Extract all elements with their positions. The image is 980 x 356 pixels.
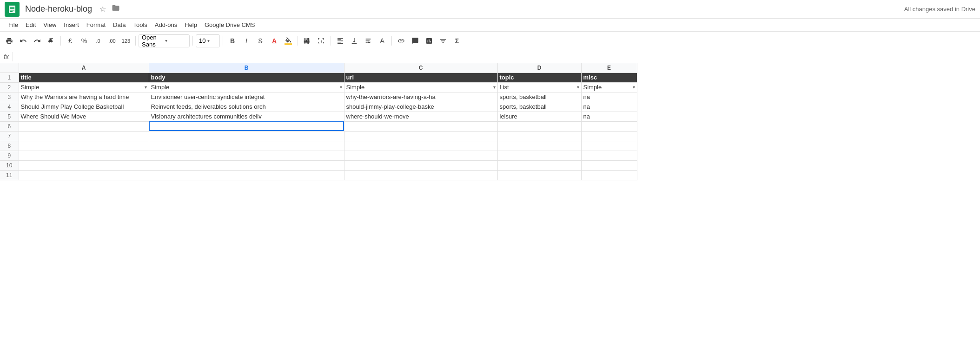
font-size-selector[interactable]: 10 ▾: [196, 34, 220, 47]
table-cell[interactable]: [581, 141, 637, 151]
cell-dropdown-arrow[interactable]: ▾: [340, 85, 342, 90]
table-cell[interactable]: [581, 170, 637, 180]
table-cell[interactable]: [149, 121, 344, 131]
col-header-e[interactable]: E: [581, 63, 637, 73]
table-cell[interactable]: body: [149, 73, 344, 82]
decimal-increase-button[interactable]: .00: [106, 34, 119, 47]
row-number[interactable]: 11: [0, 170, 19, 180]
functions-button[interactable]: Σ: [450, 34, 464, 47]
menu-help[interactable]: Help: [181, 20, 201, 30]
table-cell[interactable]: [497, 151, 581, 160]
table-cell[interactable]: [581, 151, 637, 160]
table-cell[interactable]: [344, 141, 497, 151]
insert-comment-button[interactable]: [409, 34, 422, 47]
table-cell[interactable]: Simple▾: [19, 82, 149, 92]
percent-button[interactable]: %: [78, 34, 91, 47]
table-cell[interactable]: [19, 121, 149, 131]
col-header-a[interactable]: A: [19, 63, 149, 73]
decimal-decrease-button[interactable]: .0: [92, 34, 105, 47]
font-selector[interactable]: Open Sans ▾: [139, 34, 190, 47]
sheet-container[interactable]: A B C D E 1titlebodyurltopicmisc2Simple▾…: [0, 63, 980, 356]
table-cell[interactable]: [497, 121, 581, 131]
bold-button[interactable]: B: [226, 34, 239, 47]
table-cell[interactable]: [581, 160, 637, 170]
merge-cells-button[interactable]: [315, 34, 328, 47]
table-cell[interactable]: [149, 170, 344, 180]
menu-view[interactable]: View: [40, 20, 60, 30]
cell-dropdown-arrow[interactable]: ▾: [577, 85, 579, 90]
table-cell[interactable]: sports, basketball: [497, 92, 581, 102]
filter-button[interactable]: [437, 34, 450, 47]
menu-file[interactable]: File: [5, 20, 22, 30]
cell-dropdown-arrow[interactable]: ▾: [633, 85, 635, 90]
table-cell[interactable]: url: [344, 73, 497, 82]
borders-button[interactable]: [301, 34, 314, 47]
table-cell[interactable]: Simple▾: [581, 82, 637, 92]
text-rotate-button[interactable]: [376, 34, 389, 47]
table-cell[interactable]: [344, 170, 497, 180]
paint-format-button[interactable]: [45, 34, 58, 47]
menu-insert[interactable]: Insert: [60, 20, 83, 30]
table-cell[interactable]: [149, 151, 344, 160]
text-wrap-button[interactable]: [362, 34, 375, 47]
menu-edit[interactable]: Edit: [22, 20, 40, 30]
row-number[interactable]: 3: [0, 92, 19, 102]
table-cell[interactable]: List▾: [497, 82, 581, 92]
redo-button[interactable]: [31, 34, 44, 47]
align-left-button[interactable]: [334, 34, 347, 47]
table-cell[interactable]: why-the-warriors-are-having-a-ha: [344, 92, 497, 102]
row-number[interactable]: 1: [0, 73, 19, 82]
row-number[interactable]: 2: [0, 82, 19, 92]
col-header-c[interactable]: C: [344, 63, 497, 73]
table-cell[interactable]: Envisioneer user-centric syndicate integ…: [149, 92, 344, 102]
align-bottom-button[interactable]: [348, 34, 361, 47]
table-cell[interactable]: Should Jimmy Play College Basketball: [19, 102, 149, 112]
italic-button[interactable]: I: [240, 34, 253, 47]
folder-icon[interactable]: [112, 4, 120, 14]
table-cell[interactable]: [497, 160, 581, 170]
table-cell[interactable]: [19, 131, 149, 141]
table-cell[interactable]: leisure: [497, 112, 581, 121]
menu-addons[interactable]: Add-ons: [151, 20, 181, 30]
table-cell[interactable]: na: [581, 112, 637, 121]
fill-color-button[interactable]: [282, 34, 295, 47]
table-cell[interactable]: na: [581, 102, 637, 112]
undo-button[interactable]: [17, 34, 30, 47]
insert-link-button[interactable]: [395, 34, 408, 47]
table-cell[interactable]: Where Should We Move: [19, 112, 149, 121]
table-cell[interactable]: [149, 160, 344, 170]
cell-dropdown-arrow[interactable]: ▾: [145, 85, 147, 90]
row-number[interactable]: 6: [0, 121, 19, 131]
cell-dropdown-arrow[interactable]: ▾: [493, 85, 496, 90]
table-cell[interactable]: [19, 170, 149, 180]
print-button[interactable]: [3, 34, 16, 47]
table-cell[interactable]: [497, 141, 581, 151]
table-cell[interactable]: misc: [581, 73, 637, 82]
table-cell[interactable]: [149, 131, 344, 141]
strikethrough-button[interactable]: S: [254, 34, 267, 47]
row-number[interactable]: 8: [0, 141, 19, 151]
menu-data[interactable]: Data: [109, 20, 129, 30]
insert-chart-button[interactable]: [423, 34, 436, 47]
table-cell[interactable]: [19, 151, 149, 160]
table-cell[interactable]: topic: [497, 73, 581, 82]
table-cell[interactable]: [497, 131, 581, 141]
row-number[interactable]: 7: [0, 131, 19, 141]
star-icon[interactable]: ☆: [99, 5, 106, 13]
col-header-d[interactable]: D: [497, 63, 581, 73]
table-cell[interactable]: [19, 141, 149, 151]
menu-tools[interactable]: Tools: [129, 20, 151, 30]
table-cell[interactable]: Why the Warriors are having a hard time: [19, 92, 149, 102]
table-cell[interactable]: na: [581, 92, 637, 102]
table-cell[interactable]: Simple▾: [344, 82, 497, 92]
table-cell[interactable]: Reinvent feeds, deliverables solutions o…: [149, 102, 344, 112]
table-cell[interactable]: [19, 160, 149, 170]
table-cell[interactable]: where-should-we-move: [344, 112, 497, 121]
table-cell[interactable]: [344, 151, 497, 160]
col-header-b[interactable]: B: [149, 63, 344, 73]
doc-title[interactable]: Node-heroku-blog: [25, 4, 92, 14]
table-cell[interactable]: [149, 141, 344, 151]
more-formats-button[interactable]: 123: [119, 34, 132, 47]
table-cell[interactable]: should-jimmy-play-college-baske: [344, 102, 497, 112]
menu-format[interactable]: Format: [83, 20, 109, 30]
